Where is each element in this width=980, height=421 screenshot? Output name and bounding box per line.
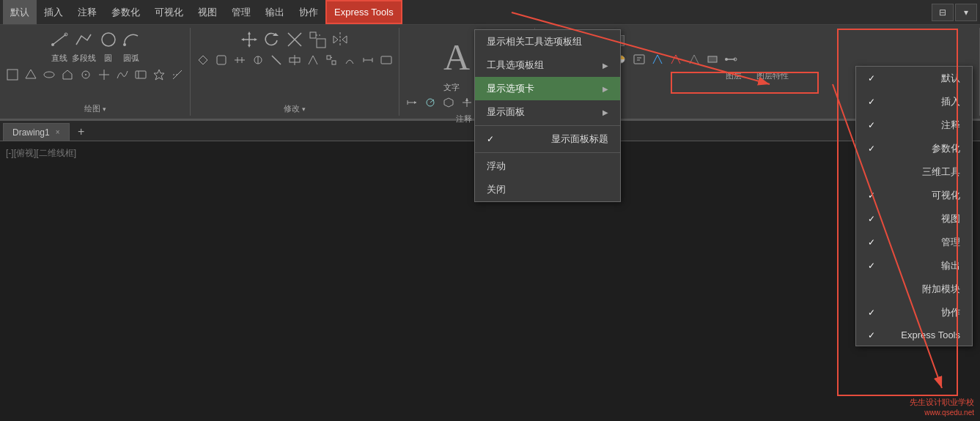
tabs-sub-item-7[interactable]: ✓ 管理 [856, 231, 972, 254]
view-toggle-btn[interactable]: ⊟ [932, 4, 954, 21]
draw-icon-6[interactable] [96, 67, 112, 83]
svg-rect-82 [634, 55, 644, 64]
ann-icon-1[interactable] [404, 94, 420, 111]
check-11: ✓ [868, 330, 875, 340]
drawing1-tab[interactable]: Drawing1 × [3, 123, 70, 141]
circle-label: 圆 [104, 53, 112, 64]
ctx-tool-palette-group[interactable]: 工具选项板组 ▶ [475, 53, 620, 77]
ctx-show-panel-title[interactable]: ✓ 显示面板标题 [475, 127, 620, 151]
scale-icon[interactable] [307, 29, 328, 50]
draw-icons-row1: 直线 多段线 圆 [49, 29, 141, 64]
mod-icon-11[interactable] [378, 52, 394, 68]
mod-icon-8[interactable] [323, 52, 339, 68]
tabs-sub-item-5[interactable]: ✓ 可视化 [856, 184, 972, 207]
menu-item-output[interactable]: 输出 [258, 0, 292, 24]
svg-marker-59 [465, 98, 468, 101]
draw-icon-9[interactable] [151, 67, 167, 83]
check-10: ✓ [868, 308, 875, 318]
menu-item-view[interactable]: 视图 [191, 0, 224, 24]
tabs-sub-item-9[interactable]: ✓ 附加模块 [856, 277, 972, 301]
text-tool-icon[interactable]: A [440, 33, 476, 77]
menu-item-default[interactable]: 默认 [3, 0, 37, 24]
menu-item-parametric[interactable]: 参数化 [104, 0, 147, 24]
ann-icon-2[interactable] [422, 94, 438, 111]
mod-icon-6[interactable] [287, 52, 303, 68]
ctx-show-panel[interactable]: 显示面板 ▶ [475, 100, 620, 124]
layer-icon-x6[interactable] [723, 51, 739, 67]
check-7: ✓ [868, 237, 875, 247]
circle-icon[interactable] [98, 29, 119, 50]
mod-icon-3[interactable] [232, 52, 248, 68]
ann-icon-4[interactable] [459, 94, 475, 111]
view-dropdown-btn[interactable]: ▾ [955, 4, 977, 21]
svg-rect-25 [317, 39, 325, 48]
modify-caret[interactable]: ▾ [302, 105, 306, 113]
tabs-submenu: ✓ 默认 ✓ 插入 ✓ 注释 ✓ 参数化 ✓ 三维工具 ✓ 可视化 ✓ 视图 ✓… [855, 66, 973, 346]
polyline-icon[interactable] [73, 29, 94, 50]
menu-item-insert[interactable]: 插入 [37, 0, 70, 24]
mod-icon-10[interactable] [360, 52, 376, 68]
tabs-sub-item-8[interactable]: ✓ 输出 [856, 254, 972, 277]
layer-icon-x1[interactable] [631, 51, 647, 67]
mod-icon-5[interactable] [268, 52, 284, 68]
tabs-sub-item-3[interactable]: ✓ 参数化 [856, 137, 972, 160]
draw-icon-8[interactable] [133, 67, 149, 83]
tabs-sub-item-6[interactable]: ✓ 视图 [856, 207, 972, 231]
draw-icon-2[interactable] [23, 67, 39, 83]
layer-icon-x2[interactable] [649, 51, 666, 67]
layer-icon-x5[interactable] [704, 51, 721, 67]
drawing1-tab-label: Drawing1 [12, 127, 50, 138]
draw-icon-10[interactable] [169, 67, 185, 83]
arc-icon[interactable] [121, 29, 141, 50]
mod-icon-9[interactable] [342, 52, 358, 68]
tabs-sub-item-1[interactable]: ✓ 插入 [856, 90, 972, 113]
svg-marker-18 [248, 45, 251, 48]
trim-icon[interactable] [284, 29, 305, 50]
modify-icons-row1 [239, 29, 350, 50]
svg-rect-85 [708, 56, 717, 62]
layer-group-labels: 图层 图层特性 [726, 67, 789, 81]
line-icon[interactable] [49, 29, 70, 50]
draw-icon-5[interactable] [78, 67, 94, 83]
menu-item-collab[interactable]: 协作 [292, 0, 325, 24]
ctx-close[interactable]: 关闭 [475, 178, 620, 201]
draw-icon-1[interactable] [4, 67, 21, 83]
tabs-sub-item-11[interactable]: ✓ Express Tools [856, 324, 972, 346]
ctx-show-tabs[interactable]: 显示选项卡 ▶ [475, 77, 620, 100]
ctx-arrow-1: ▶ [603, 62, 608, 70]
svg-rect-12 [136, 71, 146, 78]
tabs-sub-item-10[interactable]: ✓ 协作 [856, 301, 972, 324]
svg-marker-20 [254, 38, 257, 41]
tabs-sub-item-2[interactable]: ✓ 注释 [856, 113, 972, 137]
tabs-sub-item-4[interactable]: ✓ 三维工具 [856, 160, 972, 184]
ctx-check-panel-title: ✓ [487, 134, 494, 144]
mod-icon-7[interactable] [305, 52, 321, 68]
layer-icon-x4[interactable] [686, 51, 702, 67]
ann-icon-3[interactable] [441, 94, 457, 111]
ctx-float[interactable]: 浮动 [475, 154, 620, 178]
new-tab-btn[interactable]: + [73, 123, 90, 141]
mod-icon-4[interactable] [250, 52, 266, 68]
menu-item-express-tools[interactable]: Express Tools [325, 0, 402, 24]
draw-icon-7[interactable] [114, 67, 130, 83]
menu-item-manage[interactable]: 管理 [224, 0, 258, 24]
draw-icon-4[interactable] [59, 67, 75, 83]
toolbar-group-modify: 修改 ▾ [191, 28, 399, 116]
check-1: ✓ [868, 97, 875, 107]
menu-item-annotation[interactable]: 注释 [70, 0, 104, 24]
tabs-sub-item-0[interactable]: ✓ 默认 [856, 67, 972, 90]
draw-icon-3[interactable] [41, 67, 57, 83]
ctx-show-toolbar-group[interactable]: 显示相关工具选项板组 [475, 30, 620, 53]
svg-marker-54 [414, 101, 416, 104]
mod-icon-1[interactable] [195, 52, 211, 68]
menu-item-visualize[interactable]: 可视化 [147, 0, 191, 24]
rotate-icon[interactable] [262, 29, 282, 50]
svg-point-87 [725, 58, 728, 61]
drawing1-tab-close[interactable]: × [56, 128, 60, 136]
svg-line-34 [272, 56, 281, 64]
move-icon[interactable] [239, 29, 259, 50]
mod-icon-2[interactable] [213, 52, 229, 68]
draw-caret[interactable]: ▾ [103, 105, 106, 113]
layer-icon-x3[interactable] [668, 51, 684, 67]
mirror-icon[interactable] [330, 29, 350, 50]
